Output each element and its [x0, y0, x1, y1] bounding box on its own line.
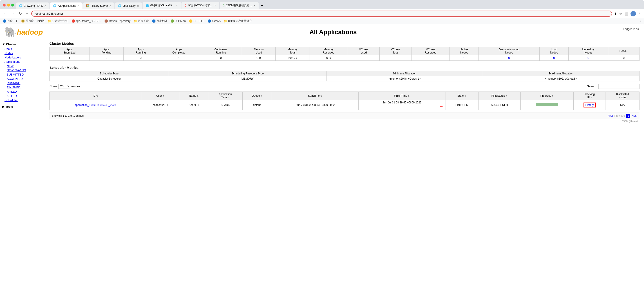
sidebar-item-failed[interactable]: FAILED	[0, 90, 45, 94]
sidebar-item-accepted[interactable]: ACCEPTED	[0, 77, 45, 81]
search-row: Search:	[587, 84, 640, 89]
col-progress[interactable]: Progress ⇅	[520, 92, 574, 100]
cell-user: zhaoshuai11	[141, 100, 180, 110]
bookmark-json-cn[interactable]: 🟢JSON.cn	[170, 19, 186, 23]
sidebar-item-about[interactable]: About	[0, 47, 45, 51]
cell-final-status: SUCCEEDED	[478, 100, 520, 110]
sidebar-item-node-labels[interactable]: Node Labels	[0, 55, 45, 60]
sidebar-item-submitted[interactable]: SUBMITTED	[0, 72, 45, 77]
col-scheduling-resource-type: Scheduling Resource Type	[169, 71, 326, 76]
cell-progress	[520, 100, 574, 110]
col-application-type[interactable]: ApplicationType ⇅	[208, 92, 242, 100]
tab-history-server[interactable]: 🖼️ History Server ✕	[83, 2, 114, 9]
col-queue[interactable]: Queue ⇅	[242, 92, 272, 100]
cell-app-type: SPARK	[208, 100, 242, 110]
id-sort-icon: ⇅	[96, 95, 98, 97]
decommissioned-link[interactable]: 0	[508, 56, 510, 60]
cluster-metrics-row: 1 0 0 1 0 0 B 20 GB 0 B 0 8 0 1	[50, 55, 640, 61]
col-finishtime[interactable]: FinishTime ⇅	[358, 92, 445, 100]
col-finalstatus[interactable]: FinalStatus ⇅	[478, 92, 520, 100]
bookmark-ai-baidu[interactable]: 😊爱百度，上内网	[21, 19, 44, 23]
share-button[interactable]: ⬆	[614, 12, 617, 16]
col-user[interactable]: User ⇅	[141, 92, 180, 100]
tab-csdn[interactable]: C 写文章-CSDN博客… ✕	[182, 2, 219, 9]
col-rebo-nodes: Rebo...	[608, 47, 640, 55]
hadoop-logo: 🐘 hadoop	[4, 26, 43, 38]
close-button[interactable]	[3, 4, 6, 6]
sidebar-item-running[interactable]: RUNNING	[0, 81, 45, 85]
tab-close-icon[interactable]: ✕	[137, 4, 139, 8]
col-state[interactable]: State ⇅	[445, 92, 478, 100]
val-apps-running: 0	[124, 55, 158, 61]
tab-all-applications[interactable]: 🌐 All Applications ✕	[50, 2, 82, 9]
sidebar-item-new[interactable]: NEW	[0, 64, 45, 68]
tab-mode-button[interactable]: ⬜	[624, 12, 628, 16]
tab-json[interactable]: {} JSON在线解析及格… ✕	[220, 2, 258, 9]
col-blacklisted-nodes[interactable]: BlacklistedNodes	[606, 92, 639, 100]
bookmark-button[interactable]: ☆	[619, 12, 622, 16]
tab-close-icon[interactable]: ✕	[44, 4, 46, 8]
tab-label: 07-[掌握]-Spark环…	[150, 4, 174, 8]
bookmark-baidu-dev[interactable]: 📁百度开发	[134, 19, 149, 23]
col-starttime[interactable]: StartTime ⇅	[272, 92, 358, 100]
unhealthy-link[interactable]: 0	[588, 56, 589, 60]
sidebar-item-killed[interactable]: KILLED	[0, 94, 45, 98]
finalstatus-sort-icon: ⇅	[506, 95, 508, 97]
tab-close-icon[interactable]: ✕	[214, 4, 216, 7]
forward-button[interactable]: →	[10, 11, 16, 16]
bookmark-translate[interactable]: 🔵百度翻译	[152, 19, 167, 23]
tab-close-icon[interactable]: ✕	[254, 4, 256, 7]
sidebar-item-new-saving[interactable]: NEW_SAVING	[0, 68, 45, 72]
search-input[interactable]	[598, 84, 640, 89]
scheduler-metrics-row: Capacity Scheduler [MEMORY] <memory:2048…	[50, 76, 640, 82]
bookmark-autowire[interactable]: 🔴@Autowire_CSDN…	[72, 19, 101, 23]
maximize-button[interactable]	[11, 4, 14, 6]
minimize-button[interactable]	[7, 4, 10, 6]
bookmark-codelf[interactable]: 🟡CODELF	[189, 19, 204, 23]
tab-close-icon[interactable]: ✕	[109, 4, 111, 8]
lost-nodes-link[interactable]: 0	[553, 56, 555, 60]
bookmarks-more[interactable]: »	[640, 20, 641, 23]
sidebar-cluster-header[interactable]: ▼ Cluster	[0, 42, 45, 47]
tab-browsing-hdfs[interactable]: 🌐 Browsing HDFS ✕	[16, 2, 50, 9]
home-button[interactable]: ⌂	[25, 11, 29, 16]
bookmark-maven[interactable]: 🟤Maven Repository	[104, 19, 131, 23]
tab-spark[interactable]: 🌐 07-[掌握]-Spark环… ✕	[142, 2, 181, 9]
main-content: Cluster Metrics AppsSubmitted AppsPendin…	[45, 39, 644, 126]
bookmark-baidu-quality[interactable]: 📁baidu-内容质量提升	[224, 19, 252, 23]
new-tab-button[interactable]: +	[259, 2, 265, 9]
next-button[interactable]: Next	[632, 114, 637, 117]
show-label: Show	[50, 84, 57, 88]
bookmark-plugins[interactable]: 📁技术插件学习	[48, 19, 68, 23]
reload-button[interactable]: ↻	[18, 11, 23, 16]
tab-label: JobHistory	[123, 4, 136, 8]
app-id-link[interactable]: application_1659185689351_0001	[75, 104, 116, 106]
show-select[interactable]: 20 50 100	[58, 84, 70, 89]
cluster-metrics-table: AppsSubmitted AppsPending AppsRunning Ap…	[50, 47, 640, 61]
sidebar-item-applications[interactable]: Applications	[0, 60, 45, 64]
tab-close-icon[interactable]: ✕	[77, 4, 80, 8]
history-link[interactable]: History	[584, 102, 596, 108]
active-nodes-link[interactable]: 1	[463, 56, 465, 60]
col-tracking-ui[interactable]: TrackingUI ⇅	[574, 92, 606, 100]
sidebar-item-finished[interactable]: FINISHED	[0, 85, 45, 90]
back-button[interactable]: ←	[3, 11, 8, 16]
bookmark-baidu[interactable]: 🔵百度一下	[3, 19, 18, 23]
col-name[interactable]: Name ⇅	[180, 92, 208, 100]
first-button[interactable]: First	[608, 114, 613, 117]
sidebar-item-nodes[interactable]: Nodes	[0, 51, 45, 55]
show-search-bar: Show 20 50 100 entries Search:	[50, 84, 640, 90]
col-id[interactable]: ID ⇅	[50, 92, 141, 100]
tab-close-icon[interactable]: ✕	[176, 4, 178, 7]
sidebar-tools[interactable]: ▶ Tools	[0, 104, 45, 109]
col-maximum-allocation: Maximum Allocation	[483, 71, 639, 76]
logged-in-label: Logged in as:	[623, 26, 640, 30]
tab-jobhistory[interactable]: 🌐 JobHistory ✕	[115, 2, 142, 9]
sidebar-item-scheduler[interactable]: Scheduler	[0, 98, 45, 102]
bookmarks-bar: 🔵百度一下 😊爱百度，上内网 📁技术插件学习 🔴@Autowire_CSDN… …	[0, 18, 644, 24]
previous-button[interactable]: Previous	[614, 114, 625, 117]
menu-button[interactable]: ⋮	[638, 12, 641, 16]
bookmark-oktools[interactable]: 🔵oktools	[208, 19, 220, 23]
url-input[interactable]	[31, 10, 612, 17]
tools-expand-icon: ▶	[2, 105, 4, 108]
